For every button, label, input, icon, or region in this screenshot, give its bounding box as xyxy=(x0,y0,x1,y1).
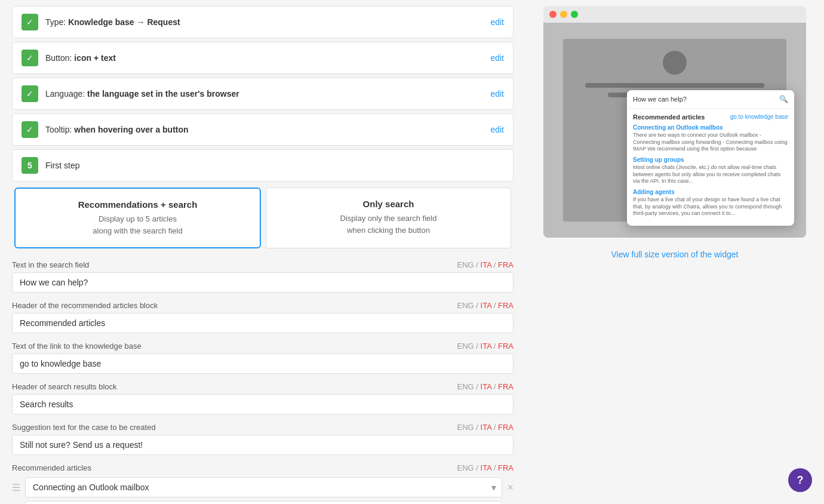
articles-header: Recommended articles ENG / ITA / FRA xyxy=(12,463,514,472)
field-header-suggestion_text: Suggestion text for the case to be creat… xyxy=(12,423,514,432)
lang-fra-articles[interactable]: FRA xyxy=(498,463,514,472)
lang-ita-articles[interactable]: ITA xyxy=(481,463,492,472)
field-label-suggestion_text: Suggestion text for the case to be creat… xyxy=(12,423,156,432)
row-text-type: Type: Knowledge base → Request xyxy=(45,17,490,27)
config-row-tooltip: ✓ Tooltip: when hovering over a button e… xyxy=(12,113,514,146)
option-only-search-title: Only search xyxy=(278,199,499,209)
article-select-1[interactable]: Setting up groups xyxy=(25,501,502,504)
article-remove-button-0[interactable]: × xyxy=(507,481,514,494)
check-icon-language: ✓ xyxy=(21,85,38,102)
search-icon: 🔍 xyxy=(779,95,788,103)
lang-switcher-suggestion_text: ENG / ITA / FRA xyxy=(457,423,514,432)
widget-articles: Connecting an Outlook mailbox There are … xyxy=(633,124,788,217)
option-recommendations-desc: Display up to 5 articles along with the … xyxy=(27,213,248,236)
widget-section-link[interactable]: go to knowledge base xyxy=(730,113,788,121)
lang-eng-header_search_results: ENG xyxy=(457,382,474,391)
step-row: 5 First step xyxy=(12,149,514,182)
widget-article-title-0[interactable]: Connecting an Outlook mailbox xyxy=(633,124,788,131)
field-group-header_recommended: Header of the recommended articles block… xyxy=(12,301,514,333)
fields-container: Text in the search field ENG / ITA / FRA… xyxy=(12,260,514,455)
page-line-1 xyxy=(585,83,764,88)
articles-list: ☰ Connecting an Outlook mailbox ▾ × ☰ Se… xyxy=(12,477,514,504)
lang-switcher-header_recommended: ENG / ITA / FRA xyxy=(457,301,514,310)
lang-fra-header_recommended[interactable]: FRA xyxy=(498,301,514,310)
help-button[interactable]: ? xyxy=(788,468,812,492)
article-row: ☰ Connecting an Outlook mailbox ▾ × xyxy=(12,477,514,497)
field-group-suggestion_text: Suggestion text for the case to be creat… xyxy=(12,423,514,455)
field-header-link_knowledge: Text of the link to the knowledge base E… xyxy=(12,342,514,351)
widget-search-input[interactable] xyxy=(633,96,779,103)
widget-article-text-2: If you have a live chat of your design o… xyxy=(633,196,788,217)
browser-dot-green xyxy=(571,11,578,18)
browser-dot-yellow xyxy=(560,11,567,18)
widget-article-title-2[interactable]: Adding agents xyxy=(633,189,788,195)
lang-ita-link_knowledge[interactable]: ITA xyxy=(481,342,492,351)
option-only-search[interactable]: Only search Display only the search fiel… xyxy=(266,188,511,248)
config-row-language: ✓ Language: the language set in the user… xyxy=(12,78,514,110)
articles-section: Recommended articles ENG / ITA / FRA ☰ C… xyxy=(12,463,514,504)
article-select-wrapper-1: Setting up groups ▾ xyxy=(25,501,502,504)
check-icon-tooltip: ✓ xyxy=(21,121,38,138)
step-label: First step xyxy=(45,161,504,170)
article-select-0[interactable]: Connecting an Outlook mailbox xyxy=(25,477,502,497)
field-input-suggestion_text[interactable] xyxy=(12,435,514,455)
lang-switcher-search_text: ENG / ITA / FRA xyxy=(457,260,514,269)
edit-button-type[interactable]: edit xyxy=(490,17,504,27)
lang-switcher-header_search_results: ENG / ITA / FRA xyxy=(457,382,514,391)
widget-popup: 🔍 Recommended articles go to knowledge b… xyxy=(627,90,794,226)
field-group-link_knowledge: Text of the link to the knowledge base E… xyxy=(12,342,514,374)
field-group-search_text: Text in the search field ENG / ITA / FRA xyxy=(12,260,514,293)
lang-ita-header_search_results[interactable]: ITA xyxy=(481,382,492,391)
lang-switcher-link_knowledge: ENG / ITA / FRA xyxy=(457,342,514,351)
article-row: ☰ Setting up groups ▾ × xyxy=(12,501,514,504)
articles-label: Recommended articles xyxy=(12,463,91,472)
field-header-header_recommended: Header of the recommended articles block… xyxy=(12,301,514,310)
left-panel: ✓ Type: Knowledge base → Request edit ✓ … xyxy=(0,0,525,504)
right-panel: 🔍 Recommended articles go to knowledge b… xyxy=(525,0,824,504)
edit-button-tooltip[interactable]: edit xyxy=(490,125,504,134)
lang-ita-header_recommended[interactable]: ITA xyxy=(481,301,492,310)
article-select-wrapper-0: Connecting an Outlook mailbox ▾ xyxy=(25,477,502,497)
browser-mock: 🔍 Recommended articles go to knowledge b… xyxy=(543,6,806,238)
field-input-link_knowledge[interactable] xyxy=(12,354,514,374)
field-header-search_text: Text in the search field ENG / ITA / FRA xyxy=(12,260,514,269)
field-input-header_recommended[interactable] xyxy=(12,313,514,333)
widget-article: Adding agents If you have a live chat of… xyxy=(633,189,788,217)
lang-eng-suggestion_text: ENG xyxy=(457,423,474,432)
lang-eng-link_knowledge: ENG xyxy=(457,342,474,351)
edit-button-language[interactable]: edit xyxy=(490,89,504,99)
edit-button-button[interactable]: edit xyxy=(490,53,504,63)
config-row-button: ✓ Button: icon + text edit xyxy=(12,42,514,74)
browser-dot-red xyxy=(549,11,556,18)
field-input-search_text[interactable] xyxy=(12,272,514,293)
field-input-header_search_results[interactable] xyxy=(12,394,514,414)
widget-section-title: Recommended articles xyxy=(633,113,705,121)
option-only-search-desc: Display only the search field when click… xyxy=(278,213,499,236)
widget-section-header: Recommended articles go to knowledge bas… xyxy=(633,113,788,121)
field-label-header_search_results: Header of search results block xyxy=(12,382,117,391)
lang-ita-suggestion_text[interactable]: ITA xyxy=(481,423,492,432)
view-full-size-link[interactable]: View full size version of the widget xyxy=(607,245,743,264)
step-options: Recommendations + search Display up to 5… xyxy=(12,185,514,251)
drag-handle-0[interactable]: ☰ xyxy=(12,482,20,493)
lang-eng-articles: ENG xyxy=(457,463,474,472)
lang-fra-link_knowledge[interactable]: FRA xyxy=(498,342,514,351)
widget-article-title-1[interactable]: Setting up groups xyxy=(633,156,788,163)
field-header-header_search_results: Header of search results block ENG / ITA… xyxy=(12,382,514,391)
widget-article: Connecting an Outlook mailbox There are … xyxy=(633,124,788,153)
check-icon-button: ✓ xyxy=(21,50,38,66)
lang-fra-search_text[interactable]: FRA xyxy=(498,260,514,269)
lang-ita-search_text[interactable]: ITA xyxy=(481,260,492,269)
browser-content: 🔍 Recommended articles go to knowledge b… xyxy=(543,23,806,238)
row-text-language: Language: the language set in the user's… xyxy=(45,89,490,99)
config-rows: ✓ Type: Knowledge base → Request edit ✓ … xyxy=(12,6,514,146)
field-group-header_search_results: Header of search results block ENG / ITA… xyxy=(12,382,514,414)
option-recommendations-search[interactable]: Recommendations + search Display up to 5… xyxy=(14,188,261,248)
row-text-tooltip: Tooltip: when hovering over a button xyxy=(45,125,490,134)
lang-fra-header_search_results[interactable]: FRA xyxy=(498,382,514,391)
check-icon-type: ✓ xyxy=(21,14,38,30)
widget-body: Recommended articles go to knowledge bas… xyxy=(627,109,794,226)
articles-lang-switcher: ENG / ITA / FRA xyxy=(457,463,514,472)
lang-fra-suggestion_text[interactable]: FRA xyxy=(498,423,514,432)
step-badge: 5 xyxy=(21,157,38,174)
